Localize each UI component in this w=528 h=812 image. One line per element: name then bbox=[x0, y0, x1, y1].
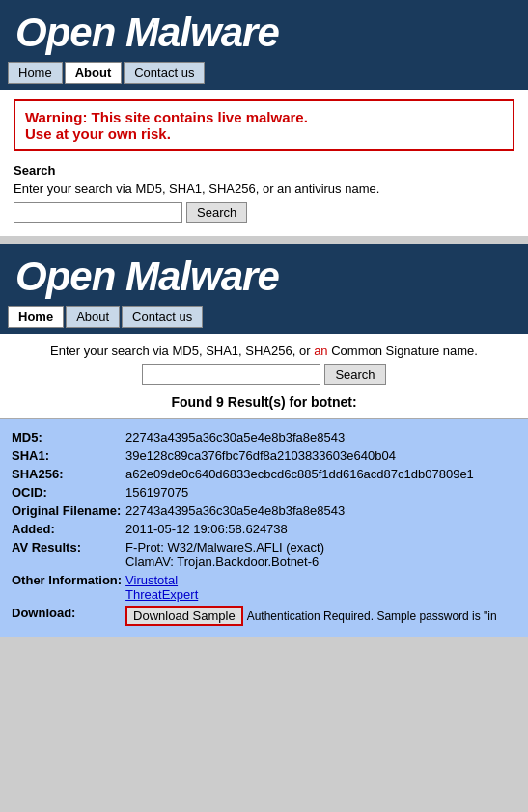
top-content: Warning: This site contains live malware… bbox=[0, 90, 528, 236]
sha1-value: 39e128c89ca376fbc76df8a2103833603e640b04 bbox=[125, 447, 516, 465]
top-site-title: Open Malware bbox=[15, 10, 513, 56]
top-search-label: Search bbox=[14, 163, 514, 177]
top-nav-home[interactable]: Home bbox=[8, 62, 63, 84]
search-desc-part1: Enter your search via MD5, SHA1, SHA256,… bbox=[50, 343, 314, 358]
search-desc-an: an bbox=[314, 343, 327, 358]
other-row: Other Information: Virustotal ThreatExpe… bbox=[12, 571, 516, 604]
orig-filename-value: 22743a4395a36c30a5e4e8b3fa8e8543 bbox=[125, 501, 516, 520]
sha256-value: a62e09de0c640d6833ecbcd6c885f1dd616acd87… bbox=[125, 465, 516, 483]
av-label: AV Results: bbox=[12, 538, 125, 571]
av-value2: ClamAV: Trojan.Backdoor.Botnet-6 bbox=[125, 555, 319, 569]
orig-filename-label: Original Filename: bbox=[12, 501, 125, 520]
warning-line1: Warning: This site contains live malware… bbox=[25, 109, 503, 125]
download-sample-button[interactable]: Download Sample bbox=[125, 606, 243, 626]
result-card: MD5: 22743a4395a36c30a5e4e8b3fa8e8543 SH… bbox=[0, 418, 528, 637]
ocid-row: OCID: 156197075 bbox=[12, 483, 516, 501]
virustotal-link[interactable]: Virustotal bbox=[125, 573, 178, 587]
added-label: Added: bbox=[12, 520, 125, 538]
sha1-label: SHA1: bbox=[12, 447, 125, 465]
bottom-search-button[interactable]: Search bbox=[324, 364, 385, 385]
bottom-nav-contact[interactable]: Contact us bbox=[122, 306, 203, 328]
bottom-content: Enter your search via MD5, SHA1, SHA256,… bbox=[0, 334, 528, 410]
download-label: Download: bbox=[12, 604, 125, 628]
search-desc-part2: Common Signature name. bbox=[328, 343, 478, 358]
top-search-button[interactable]: Search bbox=[186, 202, 247, 223]
download-note: Authentication Required. Sample password… bbox=[247, 609, 497, 623]
top-search-row: Search bbox=[14, 202, 514, 223]
download-cell: Download SampleAuthentication Required. … bbox=[125, 604, 516, 628]
av-value: F-Prot: W32/MalwareS.AFLI (exact) ClamAV… bbox=[125, 538, 516, 571]
sha1-row: SHA1: 39e128c89ca376fbc76df8a2103833603e… bbox=[12, 447, 516, 465]
md5-label: MD5: bbox=[12, 428, 125, 447]
sha256-label: SHA256: bbox=[12, 465, 125, 483]
added-value: 2011-05-12 19:06:58.624738 bbox=[125, 520, 516, 538]
ocid-label: OCID: bbox=[12, 483, 125, 501]
bottom-search-row: Search bbox=[14, 364, 514, 385]
top-nav-about[interactable]: About bbox=[65, 62, 123, 84]
top-header: Open Malware bbox=[0, 0, 528, 62]
threatexpert-link[interactable]: ThreatExpert bbox=[125, 587, 198, 602]
top-search-input[interactable] bbox=[14, 202, 182, 223]
bottom-search-input[interactable] bbox=[142, 364, 320, 385]
warning-box: Warning: This site contains live malware… bbox=[14, 99, 514, 151]
download-row: Download: Download SampleAuthentication … bbox=[12, 604, 516, 628]
av-value1: F-Prot: W32/MalwareS.AFLI (exact) bbox=[125, 540, 324, 555]
bottom-section: Open Malware Home About Contact us Enter… bbox=[0, 244, 528, 637]
av-row: AV Results: F-Prot: W32/MalwareS.AFLI (e… bbox=[12, 538, 516, 571]
top-search-desc: Enter your search via MD5, SHA1, SHA256,… bbox=[14, 181, 514, 196]
md5-row: MD5: 22743a4395a36c30a5e4e8b3fa8e8543 bbox=[12, 428, 516, 447]
bottom-nav-home[interactable]: Home bbox=[8, 306, 64, 328]
results-title: Found 9 Result(s) for botnet: bbox=[14, 394, 514, 410]
md5-value: 22743a4395a36c30a5e4e8b3fa8e8543 bbox=[125, 428, 516, 447]
bottom-nav-bar: Home About Contact us bbox=[0, 306, 528, 334]
orig-filename-row: Original Filename: 22743a4395a36c30a5e4e… bbox=[12, 501, 516, 520]
bottom-nav-about[interactable]: About bbox=[66, 306, 120, 328]
bottom-search-desc: Enter your search via MD5, SHA1, SHA256,… bbox=[14, 343, 514, 358]
sha256-row: SHA256: a62e09de0c640d6833ecbcd6c885f1dd… bbox=[12, 465, 516, 483]
top-nav-contact[interactable]: Contact us bbox=[124, 62, 205, 84]
bottom-site-title: Open Malware bbox=[15, 254, 513, 300]
other-value: Virustotal ThreatExpert bbox=[125, 571, 516, 604]
warning-line2: Use at your own risk. bbox=[25, 125, 503, 142]
top-section: Open Malware Home About Contact us Warni… bbox=[0, 0, 528, 236]
other-label: Other Information: bbox=[12, 571, 125, 604]
added-row: Added: 2011-05-12 19:06:58.624738 bbox=[12, 520, 516, 538]
ocid-value: 156197075 bbox=[125, 483, 516, 501]
bottom-header: Open Malware bbox=[0, 244, 528, 306]
result-table: MD5: 22743a4395a36c30a5e4e8b3fa8e8543 SH… bbox=[12, 428, 516, 628]
top-nav-bar: Home About Contact us bbox=[0, 62, 528, 90]
